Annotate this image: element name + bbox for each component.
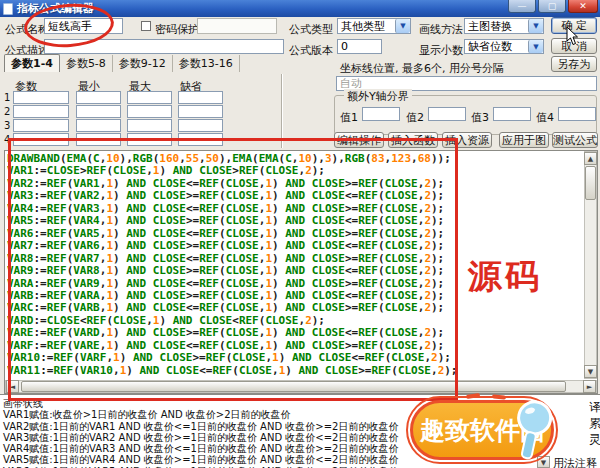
- param-input[interactable]: [76, 105, 121, 118]
- formula-desc-input[interactable]: [44, 39, 284, 54]
- titlebar[interactable]: 指标公式编辑器 — ▢ ✕: [0, 0, 600, 17]
- param-input[interactable]: [178, 119, 223, 132]
- value-label: 值2: [406, 110, 424, 125]
- close-button[interactable]: ✕: [568, 0, 598, 13]
- watermark: 趣致软件园: [408, 396, 558, 464]
- value-input[interactable]: [428, 107, 466, 121]
- formula-version-label: 公式版本: [289, 43, 333, 58]
- param-tab[interactable]: 参数1-4: [4, 54, 60, 72]
- param-input[interactable]: [127, 133, 172, 146]
- v-scroll-thumb[interactable]: [585, 166, 596, 200]
- param-input[interactable]: [127, 105, 172, 118]
- formula-version-input[interactable]: [337, 39, 382, 54]
- chevron-down-icon[interactable]: ▼: [528, 40, 543, 53]
- formula-type-select[interactable]: 其他类型 ▼: [337, 18, 411, 34]
- vertical-separator: [281, 74, 283, 148]
- action-button[interactable]: 应用于图: [499, 132, 549, 148]
- param-input[interactable]: [127, 119, 172, 132]
- ok-button[interactable]: 确 定: [551, 17, 597, 34]
- save-as-button[interactable]: 另存为: [551, 56, 597, 72]
- code-line[interactable]: VAR11:=REF(VAR10,1) AND CLOSE<=REF(CLOSE…: [7, 365, 583, 377]
- scroll-up-icon[interactable]: ▲: [584, 152, 597, 165]
- param-input[interactable]: [178, 91, 223, 104]
- param-input[interactable]: [13, 91, 69, 104]
- value-label: 值3: [471, 110, 489, 125]
- draw-method-select[interactable]: 主图替换 ▼: [464, 18, 544, 34]
- param-input[interactable]: [127, 91, 172, 104]
- param-input[interactable]: [13, 119, 69, 132]
- maximize-button[interactable]: ▢: [538, 0, 566, 13]
- value-input[interactable]: [362, 107, 400, 121]
- decimal-label: 显示小数: [419, 43, 463, 58]
- value-label: 值1: [340, 110, 358, 125]
- param-input[interactable]: [13, 133, 69, 146]
- decimal-select[interactable]: 缺省位数 ▼: [464, 39, 544, 54]
- param-row-number: 4: [4, 134, 10, 145]
- param-input[interactable]: [13, 105, 69, 118]
- password-checkbox[interactable]: [141, 21, 151, 31]
- clipped-char: 译: [589, 399, 600, 415]
- action-button[interactable]: 测试公式: [552, 132, 598, 148]
- param-tab[interactable]: 参数13-16: [173, 55, 240, 72]
- h-scroll-thumb[interactable]: [21, 381, 566, 392]
- param-input[interactable]: [76, 133, 121, 146]
- scroll-right-icon[interactable]: ►: [583, 380, 596, 393]
- param-row-number: 2: [4, 106, 10, 117]
- param-input[interactable]: [76, 91, 121, 104]
- watermark-dash: [466, 393, 480, 399]
- password-input: [197, 18, 277, 34]
- param-row-number: 3: [4, 120, 10, 131]
- clipped-text-column: 译累灵: [589, 399, 600, 451]
- clipped-char: 灵: [589, 431, 600, 447]
- clipped-char: 累: [589, 415, 600, 431]
- h-scrollbar[interactable]: ◄ ►: [5, 380, 597, 393]
- param-tabs: 参数1-4参数5-8参数9-12参数13-16: [4, 56, 240, 72]
- v-scrollbar[interactable]: ▲ ▼: [584, 151, 597, 379]
- action-button[interactable]: 插入资源: [442, 132, 492, 148]
- formula-name-label: 公式名称: [5, 22, 49, 37]
- scroll-down-icon[interactable]: ▼: [584, 365, 597, 378]
- param-row-number: 1: [4, 92, 10, 103]
- cancel-button[interactable]: 取 消: [551, 38, 597, 54]
- source-code-annotation-label: 源码: [468, 254, 542, 300]
- coord-hint-label: 坐标线位置, 最多6个, 用分号分隔: [340, 61, 504, 76]
- window-title: 指标公式编辑器: [17, 1, 94, 16]
- magnifier-icon: [510, 396, 560, 466]
- value-input[interactable]: [493, 107, 531, 121]
- param-tab[interactable]: 参数9-12: [113, 55, 173, 72]
- chevron-down-icon[interactable]: ▼: [395, 19, 410, 33]
- value-input[interactable]: [558, 107, 596, 121]
- watermark-dash: [492, 394, 506, 399]
- formula-name-input[interactable]: [44, 18, 123, 34]
- action-button[interactable]: 编辑操作: [334, 132, 384, 148]
- chevron-down-icon[interactable]: ▼: [528, 19, 543, 33]
- param-input[interactable]: [76, 119, 121, 132]
- param-input[interactable]: [178, 105, 223, 118]
- app-icon: [3, 3, 13, 15]
- extra-y-axis-label: 额外Y轴分界: [344, 89, 412, 104]
- action-button[interactable]: 插入函数: [388, 132, 438, 148]
- scroll-left-icon[interactable]: ◄: [6, 380, 19, 393]
- draw-method-label: 画线方法: [419, 22, 463, 37]
- formula-editor-dialog: 指标公式编辑器 — ▢ ✕ 公式名称 密码保护 公式类型 其他类型 ▼ 画线方法…: [0, 0, 600, 468]
- password-label: 密码保护: [155, 22, 199, 37]
- param-input[interactable]: [178, 133, 223, 146]
- minimize-button[interactable]: —: [508, 0, 536, 13]
- value-label: 值4: [536, 110, 554, 125]
- formula-type-label: 公式类型: [289, 22, 333, 37]
- param-tab[interactable]: 参数5-8: [60, 55, 113, 72]
